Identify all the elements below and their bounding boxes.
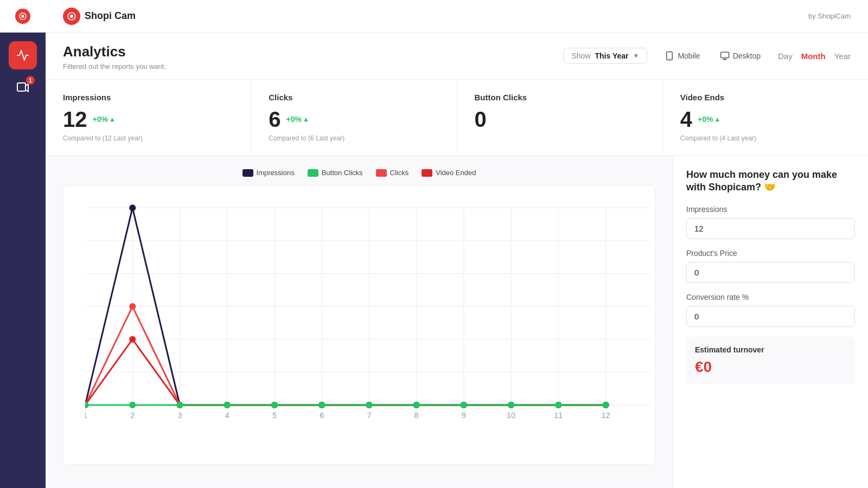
svg-point-68 [461, 402, 467, 408]
svg-point-59 [129, 336, 136, 343]
estimated-value: €0 [695, 358, 846, 376]
bottom-section: Impressions Button Clicks Clicks Video E… [46, 156, 868, 488]
stats-row: Impressions 12 +0% ▲ Compared to (12 Las… [46, 80, 868, 156]
up-arrow-icon-clicks: ▲ [303, 115, 309, 123]
chart-legend: Impressions Button Clicks Clicks Video E… [63, 169, 655, 177]
svg-text:3: 3 [177, 411, 182, 420]
legend-dot-video-ended [422, 169, 432, 177]
stat-card-impressions: Impressions 12 +0% ▲ Compared to (12 Las… [46, 80, 251, 155]
app-name: Shopi Cam [85, 10, 136, 22]
period-day[interactable]: Day [778, 49, 793, 63]
svg-point-67 [413, 402, 420, 408]
chart-section: Impressions Button Clicks Clicks Video E… [46, 156, 673, 488]
svg-point-70 [555, 402, 561, 408]
svg-point-66 [366, 402, 372, 408]
svg-rect-6 [720, 52, 729, 58]
svg-point-0 [21, 15, 24, 17]
stat-value-video-ends: 4 [680, 108, 692, 130]
legend-label-clicks: Clicks [390, 169, 409, 177]
svg-marker-2 [25, 84, 28, 92]
sidebar-logo [0, 0, 46, 33]
svg-point-3 [70, 15, 73, 18]
mobile-icon [665, 51, 674, 61]
svg-point-61 [129, 402, 136, 408]
stat-label-clicks: Clicks [269, 93, 439, 102]
topbar-byline: by ShopiCam [808, 12, 851, 20]
legend-dot-clicks [376, 169, 387, 177]
show-label: Show [571, 52, 590, 60]
legend-label-video-ended: Video Ended [436, 169, 476, 177]
stat-comparison-video-ends: Compared to (4 Last year) [680, 134, 851, 142]
stat-value-clicks: 6 [269, 108, 280, 130]
legend-clicks: Clicks [376, 169, 409, 177]
field-label-conversion-rate: Conversion rate % [686, 293, 855, 301]
svg-text:5: 5 [272, 411, 277, 420]
desktop-button[interactable]: Desktop [716, 49, 765, 63]
sidebar-nav: 1 [0, 33, 46, 102]
field-input-impressions[interactable] [686, 218, 855, 239]
sidebar-item-video[interactable]: 1 [9, 74, 37, 102]
stat-value-impressions: 12 [63, 108, 87, 130]
svg-text:12: 12 [602, 411, 610, 420]
svg-point-63 [224, 402, 231, 408]
field-input-product-price[interactable] [686, 262, 855, 283]
show-value: This Year [595, 52, 629, 60]
page-subtitle: Filtered out the reports you want. [63, 62, 166, 70]
svg-point-71 [603, 402, 609, 408]
stat-card-button-clicks: Button Clicks 0 [457, 80, 663, 155]
stat-value-row-clicks: 6 +0% ▲ [269, 108, 439, 130]
svg-point-64 [271, 402, 278, 408]
stat-label-video-ends: Video Ends [680, 93, 851, 102]
topbar: Shopi Cam by ShopiCam [46, 0, 868, 33]
sidebar: 1 [0, 0, 46, 488]
field-input-conversion-rate[interactable] [686, 306, 855, 327]
logo-icon [15, 9, 30, 24]
svg-text:7: 7 [367, 411, 371, 420]
svg-text:9: 9 [462, 411, 466, 420]
stat-label-button-clicks: Button Clicks [475, 93, 645, 102]
estimated-box: Estimated turnover €0 [686, 337, 855, 384]
stat-value-row-button-clicks: 0 [475, 108, 645, 130]
legend-video-ended: Video Ended [422, 169, 476, 177]
right-panel: How much money can you make with Shopica… [673, 156, 868, 488]
topbar-logo-icon [63, 8, 80, 25]
period-year[interactable]: Year [834, 49, 851, 63]
dropdown-arrow-icon: ▼ [633, 52, 640, 60]
stat-label-impressions: Impressions [63, 93, 233, 102]
stat-card-video-ends: Video Ends 4 +0% ▲ Compared to (4 Last y… [663, 80, 868, 155]
svg-text:8: 8 [414, 411, 419, 420]
legend-dot-impressions [242, 169, 253, 177]
svg-point-58 [129, 303, 136, 310]
legend-dot-button-clicks [308, 169, 318, 177]
mobile-button[interactable]: Mobile [660, 49, 704, 63]
chart-svg: 0 2 4 6 8 10 12 1 2 3 4 5 6 7 [85, 192, 650, 460]
svg-text:2: 2 [130, 411, 135, 420]
video-badge: 1 [26, 76, 35, 85]
stat-change-clicks: +0% ▲ [286, 115, 309, 124]
svg-point-62 [176, 402, 183, 408]
right-panel-title: How much money can you make with Shopica… [686, 169, 855, 194]
stat-comparison-clicks: Compared to (6 Last year) [269, 134, 439, 142]
stat-change-video-ends: +0% ▲ [698, 115, 720, 124]
page-title: Analytics [63, 43, 166, 60]
show-year-selector[interactable]: Show This Year ▼ [563, 48, 647, 64]
analytics-header: Analytics Filtered out the reports you w… [46, 33, 868, 80]
desktop-icon [720, 51, 730, 61]
svg-point-47 [129, 204, 136, 211]
svg-text:4: 4 [225, 411, 229, 420]
legend-label-impressions: Impressions [257, 169, 295, 177]
stat-change-impressions: +0% ▲ [93, 115, 116, 124]
main-content: Shopi Cam by ShopiCam Analytics Filtered… [46, 0, 868, 488]
legend-button-clicks: Button Clicks [308, 169, 363, 177]
analytics-controls: Show This Year ▼ Mobile Desktop Day [563, 48, 851, 64]
stat-value-button-clicks: 0 [475, 108, 487, 130]
svg-point-69 [508, 402, 514, 408]
legend-impressions: Impressions [242, 169, 295, 177]
svg-text:6: 6 [320, 411, 324, 420]
stat-value-row-video-ends: 4 +0% ▲ [680, 108, 851, 130]
period-month[interactable]: Month [801, 49, 826, 63]
legend-label-button-clicks: Button Clicks [322, 169, 363, 177]
sidebar-item-analytics[interactable] [9, 41, 37, 69]
field-label-impressions: Impressions [686, 205, 855, 214]
device-controls: Mobile Desktop [660, 49, 765, 63]
